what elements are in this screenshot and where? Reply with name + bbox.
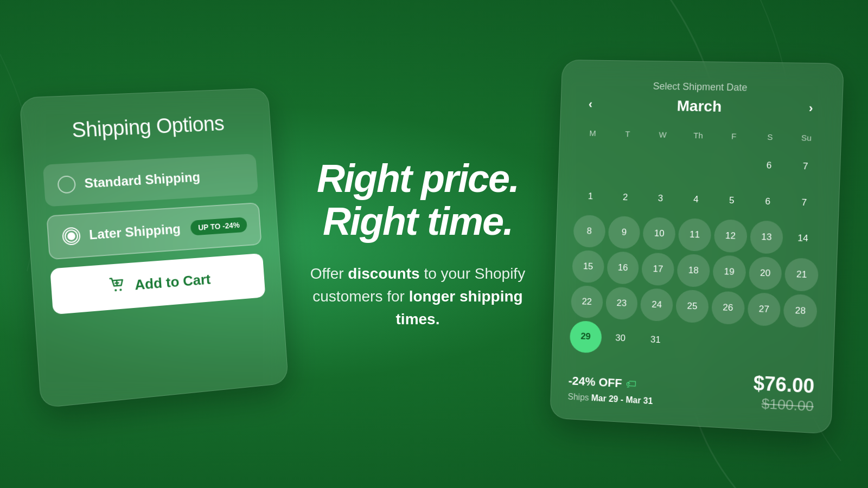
day-8[interactable]: 8 (573, 215, 605, 248)
day-cell-empty (716, 148, 750, 181)
day-10[interactable]: 10 (643, 217, 676, 251)
day-empty-2 (710, 326, 743, 361)
calendar-title: Select Shipment Date (578, 80, 825, 95)
svg-point-0 (114, 289, 117, 291)
later-shipping-badge: UP TO -24% (190, 217, 247, 236)
day-24[interactable]: 24 (640, 288, 673, 322)
subtext-bold2: longer shipping times. (396, 288, 523, 328)
radio-inner-dot (67, 232, 75, 240)
day-header-th: Th (682, 126, 715, 145)
day-27[interactable]: 27 (747, 292, 781, 326)
day-11[interactable]: 11 (678, 219, 712, 252)
day-4[interactable]: 4 (679, 183, 713, 216)
current-price: $76.00 (753, 372, 815, 398)
day-21[interactable]: 21 (784, 258, 819, 292)
day-6[interactable]: 6 (751, 185, 785, 219)
day-22[interactable]: 22 (571, 285, 603, 318)
ships-label: Ships (567, 393, 589, 403)
headline-line2: Right time. (323, 200, 513, 243)
day-5[interactable]: 5 (715, 184, 749, 217)
day-cell-empty (680, 147, 714, 181)
original-price: $100.00 (752, 395, 814, 415)
tag-icon: 🏷 (626, 378, 637, 391)
svg-point-1 (119, 288, 122, 291)
calendar-grid: M T W Th F S Su 6 7 1 2 3 4 5 6 7 8 9 (570, 124, 824, 364)
day-17[interactable]: 17 (641, 253, 674, 286)
day-header-m: M (577, 124, 609, 143)
ships-info: Ships Mar 29 - Mar 31 (567, 393, 653, 407)
day-18[interactable]: 18 (676, 254, 710, 287)
day-28[interactable]: 28 (783, 294, 818, 328)
calendar-header: Select Shipment Date ‹ March › (578, 80, 825, 118)
discount-label: -24% OFF (568, 374, 622, 391)
day-header-t: T (611, 125, 644, 143)
later-radio[interactable] (62, 227, 81, 246)
day-6-week1[interactable]: 6 (752, 149, 786, 183)
calendar-nav: ‹ March › (578, 95, 825, 118)
subtext-plain: Offer (310, 265, 344, 282)
day-9[interactable]: 9 (608, 216, 641, 249)
standard-shipping-label: Standard Shipping (84, 167, 245, 191)
day-header-f: F (717, 127, 750, 145)
day-header-s: S (753, 128, 787, 147)
standard-shipping-option[interactable]: Standard Shipping (43, 153, 258, 207)
add-to-cart-button[interactable]: Add to Cart (50, 253, 265, 314)
day-cell-empty (645, 146, 678, 179)
day-cell-empty (576, 145, 608, 177)
calendar-card: Select Shipment Date ‹ March › M T W Th … (550, 60, 844, 434)
day-15[interactable]: 15 (572, 250, 604, 283)
add-to-cart-label: Add to Cart (134, 271, 211, 293)
day-cell-empty (610, 146, 643, 179)
day-14[interactable]: 14 (786, 222, 820, 256)
hero-subtext: Offer discounts to your Shopify customer… (304, 262, 532, 331)
day-29-selected[interactable]: 29 (570, 320, 602, 354)
later-shipping-option[interactable]: Later Shipping UP TO -24% (46, 202, 261, 260)
standard-radio[interactable] (57, 175, 76, 194)
day-header-w: W (647, 126, 679, 144)
calendar-footer: -24% OFF 🏷 Ships Mar 29 - Mar 31 $76.00 … (567, 363, 814, 415)
day-31[interactable]: 31 (639, 324, 672, 357)
day-12[interactable]: 12 (713, 220, 747, 253)
shipping-options-title: Shipping Options (40, 110, 254, 145)
later-shipping-label: Later Shipping (88, 221, 182, 243)
day-20[interactable]: 20 (748, 256, 782, 291)
day-30[interactable]: 30 (604, 322, 637, 356)
month-display: March (676, 98, 722, 115)
day-empty-3 (746, 328, 780, 362)
hero-headline: Right price. Right time. (304, 157, 532, 243)
discount-info: -24% OFF 🏷 Ships Mar 29 - Mar 31 (567, 374, 653, 407)
hero-section: Right price. Right time. Offer discounts… (282, 157, 553, 331)
shipping-options-card: Shipping Options Standard Shipping Later… (20, 88, 289, 408)
day-25[interactable]: 25 (675, 290, 709, 323)
day-1[interactable]: 1 (575, 180, 607, 213)
day-7-week1[interactable]: 7 (788, 150, 822, 183)
main-layout: Shipping Options Standard Shipping Later… (0, 0, 868, 488)
day-2[interactable]: 2 (609, 181, 642, 214)
day-19[interactable]: 19 (712, 255, 746, 289)
day-16[interactable]: 16 (607, 252, 640, 285)
day-header-su: Su (789, 129, 823, 147)
day-empty-1 (674, 325, 708, 359)
day-7[interactable]: 7 (787, 186, 821, 220)
cart-icon (108, 275, 127, 298)
price-info: $76.00 $100.00 (752, 372, 815, 415)
next-month-button[interactable]: › (803, 99, 819, 118)
day-26[interactable]: 26 (711, 291, 745, 325)
day-13[interactable]: 13 (750, 221, 784, 254)
subtext-bold1: discounts (348, 265, 419, 282)
discount-badge: -24% OFF 🏷 (568, 374, 654, 393)
day-3[interactable]: 3 (644, 182, 677, 215)
ships-dates: Mar 29 - Mar 31 (591, 394, 653, 406)
prev-month-button[interactable]: ‹ (583, 95, 598, 114)
day-empty-4 (782, 330, 816, 364)
day-23[interactable]: 23 (605, 287, 639, 320)
headline-line1: Right price. (317, 157, 519, 200)
